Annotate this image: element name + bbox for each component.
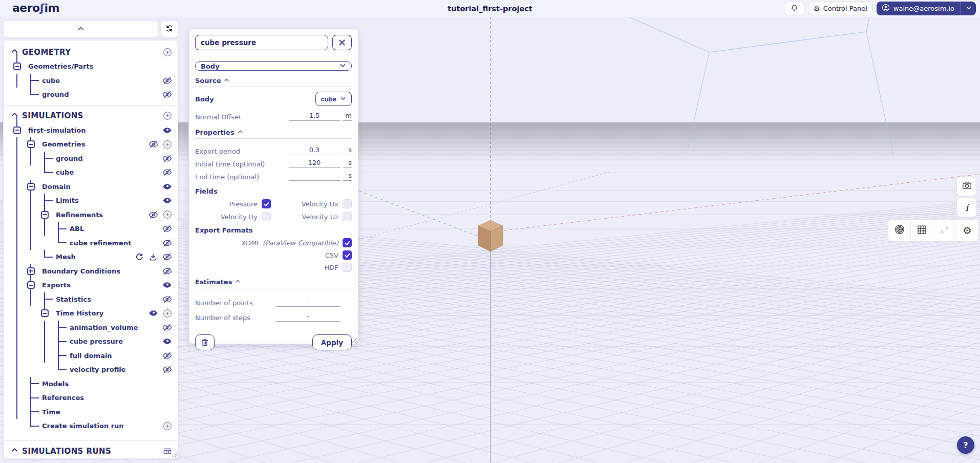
tree-item-geometries[interactable]: Geometries [4, 137, 178, 152]
tree-item-limits[interactable]: Limits [4, 194, 178, 208]
collapse-icon[interactable] [41, 309, 49, 317]
delete-export-button[interactable] [195, 334, 215, 350]
estimate-value-input[interactable]: - [276, 311, 340, 322]
collapse-icon[interactable] [27, 183, 35, 191]
tree-item-refinements[interactable]: Refinements [4, 208, 178, 222]
format-checkbox-csv[interactable]: CSV [195, 250, 352, 260]
eye-off-icon[interactable] [162, 90, 172, 99]
field-checkbox-velocity-uz[interactable]: Velocity Uz [276, 212, 352, 221]
section-header-source[interactable]: Source [195, 77, 352, 85]
tree-item-time-history[interactable]: Time History [4, 306, 178, 321]
viewport-settings-button[interactable]: ⚙ [956, 220, 978, 241]
help-button[interactable]: ? [957, 436, 974, 454]
eye-icon[interactable] [162, 280, 172, 290]
tree-item-cube-pressure[interactable]: cube pressure [4, 334, 178, 349]
section-header-properties[interactable]: Properties [195, 129, 352, 136]
section-header-estimates[interactable]: Estimates [195, 278, 352, 286]
checkbox[interactable] [343, 199, 352, 208]
eye-icon[interactable] [162, 336, 172, 346]
screenshot-button[interactable] [956, 177, 977, 196]
tree-item-full-domain[interactable]: full domain [4, 349, 178, 363]
eye-off-icon[interactable] [162, 323, 172, 332]
tree-item-models[interactable]: Models [4, 377, 178, 391]
control-panel-button[interactable]: ⚙ Control Panel [808, 2, 873, 15]
add-icon[interactable] [163, 309, 172, 318]
eye-off-icon[interactable] [162, 266, 172, 276]
tree-item-cube[interactable]: cube [4, 74, 178, 88]
tree-item-exports[interactable]: Exports [4, 278, 178, 292]
tree-item-animation-volume[interactable]: animation_volume [4, 321, 178, 335]
eye-icon[interactable] [162, 125, 172, 135]
normal-offset-value-input[interactable]: 1.5 [289, 111, 340, 121]
tree-item-simulations-runs[interactable]: SIMULATIONS RUNS [4, 444, 178, 458]
property-value-input[interactable] [289, 171, 340, 181]
close-button[interactable] [332, 35, 352, 50]
info-button[interactable]: i [956, 198, 977, 217]
tree-item-first-simulation[interactable]: first-simulation [4, 123, 178, 138]
download-icon[interactable] [148, 252, 158, 262]
eye-off-icon[interactable] [162, 76, 172, 86]
tree-item-create-simulation-run[interactable]: Create simulation run [4, 419, 178, 433]
add-icon[interactable] [163, 422, 172, 431]
eye-off-icon[interactable] [162, 238, 172, 248]
tree-item-ground[interactable]: ground [4, 152, 178, 166]
tree-item-domain[interactable]: Domain [4, 180, 178, 194]
estimate-value-input[interactable]: - [276, 297, 340, 307]
body-select[interactable]: cube [315, 92, 352, 106]
checkbox[interactable] [343, 263, 352, 272]
tree-item-references[interactable]: References [4, 391, 178, 405]
field-checkbox-pressure[interactable]: Pressure [195, 199, 271, 208]
collapse-icon[interactable] [27, 281, 35, 289]
field-checkbox-velocity-ux[interactable]: Velocity Ux [276, 199, 352, 208]
eye-off-icon[interactable] [162, 167, 172, 177]
notifications-button[interactable] [784, 2, 804, 15]
chevron-up-icon[interactable] [11, 111, 18, 121]
chevron-up-icon[interactable] [11, 47, 18, 57]
eye-off-icon[interactable] [162, 224, 172, 234]
eye-off-icon[interactable] [162, 154, 172, 163]
eye-off-icon[interactable] [162, 351, 172, 361]
collapse-icon[interactable] [41, 211, 49, 219]
tree-item-velocity-profile[interactable]: velocity profile [4, 363, 178, 377]
expand-icon[interactable] [27, 267, 35, 275]
collapse-icon[interactable] [13, 62, 21, 70]
format-checkbox-xdmf[interactable]: XDMF(ParaView Compatible) [195, 238, 352, 247]
collapse-icon[interactable] [13, 127, 21, 134]
tree-item-boundary-conditions[interactable]: Boundary Conditions [4, 264, 178, 279]
tree-item-cube-refinement[interactable]: cube refinement [4, 236, 178, 250]
export-name-input[interactable] [195, 35, 328, 50]
eye-icon[interactable] [148, 308, 158, 318]
eye-off-icon[interactable] [148, 139, 158, 149]
add-icon[interactable] [163, 210, 172, 219]
add-icon[interactable] [163, 140, 172, 149]
tree-item-simulations[interactable]: SIMULATIONS [4, 109, 178, 123]
sidebar-refresh-button[interactable] [160, 20, 178, 38]
eye-icon[interactable] [162, 182, 172, 192]
tree-item-abl[interactable]: ABL [4, 222, 178, 236]
tree-item-statistics[interactable]: Statistics [4, 292, 178, 307]
add-icon[interactable] [163, 111, 172, 120]
chevron-up-icon[interactable] [11, 446, 18, 456]
format-checkbox-hdf[interactable]: HDF [195, 263, 352, 272]
eye-off-icon[interactable] [162, 365, 172, 374]
checkbox[interactable] [343, 250, 352, 260]
add-icon[interactable] [163, 48, 172, 57]
apply-button[interactable]: Apply [312, 334, 352, 350]
sidebar-collapse-bar[interactable] [3, 20, 158, 38]
collapse-icon[interactable] [27, 140, 35, 148]
panel-resize-handle[interactable] [351, 337, 357, 343]
checkbox[interactable] [262, 199, 271, 208]
tree-item-geometries-parts[interactable]: Geometries/Parts [4, 59, 178, 74]
checkbox[interactable] [343, 212, 352, 221]
eye-icon[interactable] [162, 196, 172, 205]
property-value-input[interactable]: 120 [289, 158, 340, 168]
checkbox[interactable] [262, 212, 271, 221]
tree-item-cube[interactable]: cube [4, 165, 178, 180]
field-checkbox-velocity-uy[interactable]: Velocity Uy [195, 212, 271, 221]
focus-button[interactable] [888, 220, 911, 241]
user-menu-chevron[interactable] [961, 2, 976, 15]
tree-item-ground[interactable]: ground [4, 88, 178, 102]
tree-item-mesh[interactable]: Mesh [4, 250, 178, 264]
table-icon[interactable] [163, 447, 172, 456]
eye-off-icon[interactable] [162, 252, 172, 262]
